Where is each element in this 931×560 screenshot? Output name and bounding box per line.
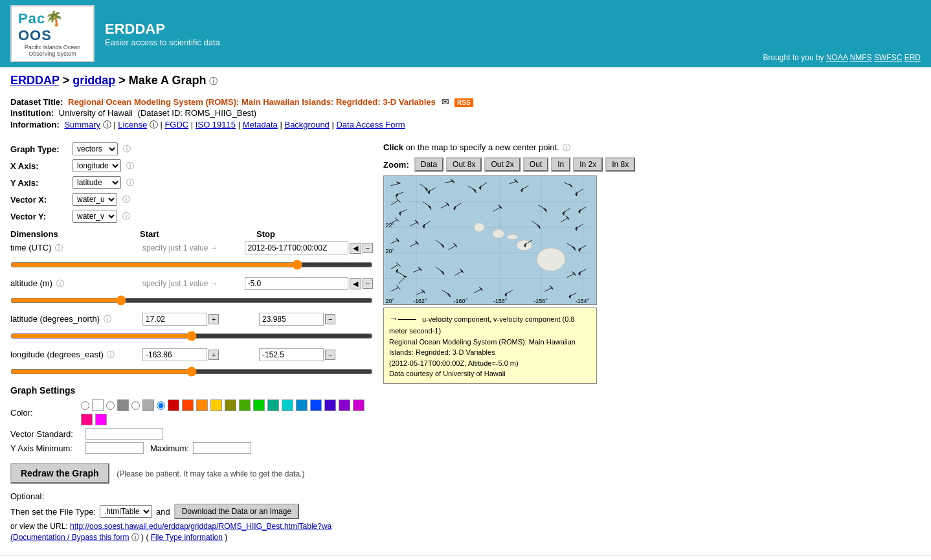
color-swatch-teal2[interactable] [282,399,293,411]
color-swatch-gray1[interactable] [117,399,129,411]
dataset-id: (Dataset ID: ROMS_HIIG_Best) [138,108,257,118]
help-icon[interactable]: ⓘ [209,76,218,86]
color-swatch-magenta1[interactable] [353,399,365,411]
information-row: Information: Summary ⓘ | License ⓘ | FGD… [10,119,921,131]
altitude-help[interactable]: ⓘ [56,279,64,288]
lat-minus-btn[interactable]: − [325,314,335,324]
doc-bypass-link[interactable]: (Documentation / Bypass this form [10,533,129,542]
doc-help-icon[interactable]: ⓘ [131,533,139,542]
time-minus-btn[interactable]: − [363,243,373,253]
url-link[interactable]: http://oos.soest.hawaii.edu/erddap/gridd… [70,522,331,531]
click-help[interactable]: ⓘ [563,143,570,152]
latitude-start-input[interactable] [142,313,207,326]
color-swatch-blue1[interactable] [296,399,308,411]
zoom-in2x-btn[interactable]: In 2x [573,157,603,172]
time-stop-input[interactable] [245,241,348,254]
color-swatch-magenta2[interactable] [95,414,107,425]
altitude-stop-input[interactable] [245,277,348,290]
y-axis-help[interactable]: ⓘ [126,177,134,188]
map-container[interactable]: 20° 20° 22° -162° -160° -158° -156° -154… [383,175,597,305]
color-swatch-orange1[interactable] [182,399,194,411]
data-access-form-link[interactable]: Data Access Form [336,120,405,129]
svg-text:20°: 20° [386,298,395,304]
y-axis-select[interactable]: latitude longitude time [73,176,121,189]
griddap-breadcrumb-link[interactable]: griddap [73,74,115,87]
color-swatch-green2[interactable] [253,399,265,411]
color-radio-white[interactable] [81,401,89,410]
y-axis-min-input[interactable] [85,442,144,454]
vector-standard-input[interactable] [85,428,163,440]
vector-x-select[interactable]: water_u water_v [73,193,117,206]
file-type-info-link[interactable]: File Type information [151,533,223,542]
vector-y-help[interactable]: ⓘ [122,211,130,222]
color-radio-gray2[interactable] [131,401,140,410]
erddap-breadcrumb-link[interactable]: ERDDAP [10,74,60,87]
color-swatch-blue2[interactable] [310,399,322,411]
erd-link[interactable]: ERD [904,53,921,62]
color-swatch-purple1[interactable] [324,399,336,411]
x-axis-help[interactable]: ⓘ [126,161,134,172]
altitude-minus-btn[interactable]: − [363,278,373,289]
color-swatch-gray2[interactable] [142,399,154,411]
summary-link[interactable]: Summary [64,120,100,129]
altitude-prev-btn[interactable]: ◀ [350,278,361,289]
zoom-out-btn[interactable]: Out [523,157,548,172]
lon-minus-btn[interactable]: − [325,350,335,360]
color-swatch-red[interactable] [168,399,179,411]
vector-y-select[interactable]: water_v water_u [73,210,117,223]
time-label: time (UTC) ⓘ [10,243,140,254]
background-link[interactable]: Background [284,120,329,129]
graph-type-select[interactable]: vectors lines markers surface [73,142,118,155]
vector-x-help[interactable]: ⓘ [122,194,130,205]
zoom-out8x-btn[interactable]: Out 8x [446,157,482,172]
nmfs-link[interactable]: NMFS [850,53,872,62]
color-radio-red[interactable] [157,401,165,410]
download-button[interactable]: Download the Data or an Image [174,504,299,519]
iso19115-link[interactable]: ISO 19115 [196,120,236,129]
latitude-slider[interactable] [10,331,373,341]
longitude-start-input[interactable] [142,348,207,361]
swfsc-link[interactable]: SWFSC [874,53,902,62]
color-swatch-yellow[interactable] [210,399,222,411]
noaa-link[interactable]: NOAA [826,53,847,62]
lat-plus-btn[interactable]: + [208,314,219,324]
fgdc-link[interactable]: FGDC [164,120,188,129]
graph-type-help[interactable]: ⓘ [123,144,131,155]
lat-help[interactable]: ⓘ [104,315,111,324]
latitude-stop-input[interactable] [259,313,324,326]
redraw-button[interactable]: Redraw the Graph [10,463,109,484]
zoom-in8x-btn[interactable]: In 8x [605,157,635,172]
time-prev-btn[interactable]: ◀ [350,243,361,254]
metadata-link[interactable]: Metadata [243,120,278,129]
altitude-slider[interactable] [10,295,373,306]
color-swatch-pink1[interactable] [81,414,93,425]
vector-standard-row: Vector Standard: [10,428,373,440]
color-swatch-teal1[interactable] [267,399,279,411]
zoom-out2x-btn[interactable]: Out 2x [484,157,520,172]
color-swatch-white[interactable] [92,399,104,411]
license-link[interactable]: License [118,120,147,129]
zoom-data-btn[interactable]: Data [414,157,443,172]
maximum-input[interactable] [193,442,251,454]
color-radio-gray1[interactable] [106,401,115,410]
x-axis-select[interactable]: longitude latitude time [73,159,121,172]
dim-header: Dimensions Start Stop [10,229,373,239]
color-swatch-purple2[interactable] [339,399,350,411]
lon-help[interactable]: ⓘ [107,350,115,359]
lon-plus-btn[interactable]: + [208,350,219,360]
time-help[interactable]: ⓘ [55,243,63,252]
longitude-slider[interactable] [10,366,373,377]
file-type-select[interactable]: .htmlTable .csv .json .nc .png [100,505,152,518]
longitude-stop-input[interactable] [259,348,324,361]
color-swatch-green1[interactable] [239,399,251,411]
sep2: > [118,74,129,87]
color-settings-row: Color: [10,399,373,425]
dataset-title-value: Regional Ocean Modeling System (ROMS): M… [68,97,436,107]
color-swatch-orange2[interactable] [196,399,208,411]
time-slider[interactable] [10,260,373,270]
zoom-in-btn[interactable]: In [551,157,570,172]
legend-text4: Data courtesy of University of Hawaii [389,370,506,377]
svg-point-10 [537,248,565,271]
color-swatch-olive[interactable] [225,399,236,411]
email-icon[interactable]: ✉ [442,96,449,107]
